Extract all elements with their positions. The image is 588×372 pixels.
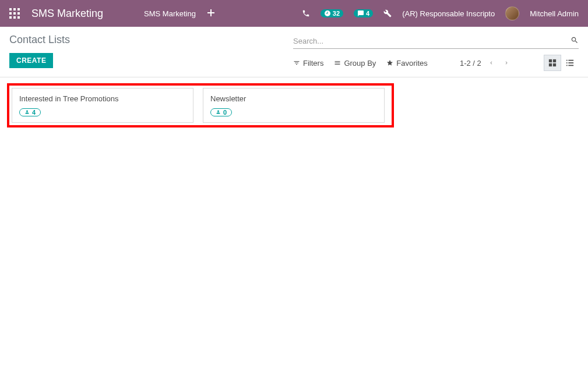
company-selector[interactable]: (AR) Responsable Inscripto <box>402 9 495 18</box>
messages-count: 4 <box>366 10 369 17</box>
user-menu[interactable]: Mitchell Admin <box>530 9 579 18</box>
contact-list-card[interactable]: Interested in Tree Promotions 4 <box>12 88 193 123</box>
favorites-label: Favorites <box>396 59 427 68</box>
menu-sms-marketing[interactable]: SMS Marketing <box>144 9 196 18</box>
contact-list-card[interactable]: Newsletter 0 <box>203 88 385 123</box>
contact-count: 0 <box>223 109 227 116</box>
svg-rect-18 <box>568 62 573 63</box>
activities-badge[interactable]: 32 <box>321 9 343 17</box>
svg-rect-11 <box>549 59 552 62</box>
groupby-button[interactable]: Group By <box>334 59 376 68</box>
filters-button[interactable]: Filters <box>293 59 323 68</box>
avatar[interactable] <box>505 6 519 20</box>
activities-count: 32 <box>333 10 340 17</box>
favorites-button[interactable]: Favorites <box>386 59 427 68</box>
create-button[interactable]: CREATE <box>9 53 53 68</box>
svg-rect-2 <box>17 8 20 10</box>
contact-count-badge[interactable]: 0 <box>210 108 232 116</box>
svg-rect-15 <box>566 60 568 61</box>
svg-rect-14 <box>553 63 556 66</box>
svg-rect-1 <box>13 8 16 10</box>
search-input[interactable] <box>293 37 571 45</box>
svg-rect-8 <box>17 16 20 19</box>
list-view-button[interactable] <box>561 55 579 71</box>
highlight-annotation: Interested in Tree Promotions 4 Newslett… <box>7 83 394 127</box>
app-title[interactable]: SMS Marketing <box>31 8 103 20</box>
svg-rect-19 <box>566 65 568 66</box>
content-area: Interested in Tree Promotions 4 Newslett… <box>0 77 588 133</box>
pager-next-icon[interactable] <box>501 56 512 70</box>
svg-rect-17 <box>566 62 568 63</box>
svg-rect-20 <box>568 65 573 66</box>
svg-rect-6 <box>9 16 12 19</box>
contact-count: 4 <box>32 109 36 116</box>
svg-rect-12 <box>553 59 556 62</box>
svg-rect-0 <box>9 8 12 10</box>
svg-rect-7 <box>13 16 16 19</box>
pager-prev-icon[interactable] <box>486 56 497 70</box>
page-title: Contact Lists <box>9 34 70 46</box>
groupby-label: Group By <box>344 59 376 68</box>
search-icon[interactable] <box>571 36 579 46</box>
apps-icon[interactable] <box>9 8 20 19</box>
control-panel: Contact Lists CREATE Filters Group By <box>0 27 588 77</box>
kanban-view-button[interactable] <box>544 55 561 71</box>
svg-rect-3 <box>9 12 12 15</box>
pager-text[interactable]: 1-2 / 2 <box>460 59 481 68</box>
filters-label: Filters <box>303 59 323 68</box>
card-title: Newsletter <box>210 94 377 103</box>
new-menu-icon[interactable] <box>207 8 214 19</box>
phone-icon[interactable] <box>302 9 310 17</box>
topbar-right: 32 4 (AR) Responsable Inscripto Mitchell… <box>302 6 579 20</box>
svg-rect-13 <box>549 63 552 66</box>
svg-rect-5 <box>17 12 20 15</box>
svg-rect-4 <box>13 12 16 15</box>
debug-icon[interactable] <box>383 9 392 17</box>
svg-rect-10 <box>207 12 214 13</box>
messages-badge[interactable]: 4 <box>354 9 373 17</box>
topbar: SMS Marketing SMS Marketing 32 4 (AR) Re… <box>0 0 588 27</box>
contact-count-badge[interactable]: 4 <box>19 108 41 116</box>
svg-rect-16 <box>568 60 573 61</box>
search-bar[interactable] <box>293 34 579 49</box>
card-title: Interested in Tree Promotions <box>19 94 186 103</box>
